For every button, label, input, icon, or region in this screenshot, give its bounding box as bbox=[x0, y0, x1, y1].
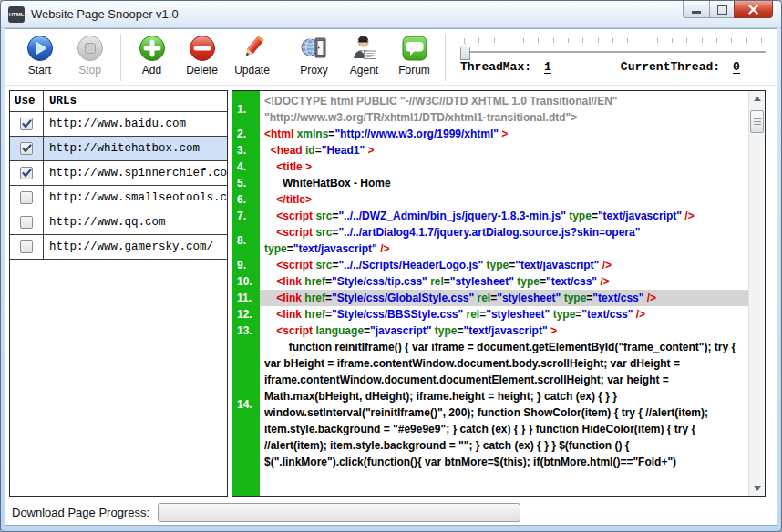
use-cell bbox=[10, 235, 44, 259]
proxy-label: Proxy bbox=[300, 64, 328, 77]
code-line[interactable]: 5. WhiteHatBox - Home bbox=[232, 175, 749, 191]
minus-icon bbox=[188, 34, 217, 63]
url-checkbox[interactable] bbox=[20, 118, 33, 130]
toolbar: Start Stop Add bbox=[5, 29, 777, 86]
window-title: Website Page Snooper v1.0 bbox=[31, 7, 179, 21]
update-label: Update bbox=[234, 64, 270, 77]
start-button[interactable]: Start bbox=[15, 34, 65, 77]
code-line[interactable]: 6. </title> bbox=[232, 191, 749, 208]
code-line[interactable]: 11. <link href="Style/css/GlobalStyle.cs… bbox=[232, 290, 749, 306]
scroll-down-button[interactable] bbox=[749, 481, 765, 496]
code-text: <head id="Head1" > bbox=[260, 142, 749, 159]
proxy-globe-icon bbox=[300, 34, 329, 63]
delete-label: Delete bbox=[186, 64, 218, 77]
add-label: Add bbox=[142, 64, 161, 77]
checkmark-icon bbox=[22, 119, 32, 128]
line-number: 9. bbox=[232, 257, 260, 273]
minimize-button[interactable] bbox=[683, 1, 709, 18]
code-line[interactable]: 4. <title > bbox=[232, 159, 749, 175]
slider-tick bbox=[509, 38, 509, 43]
url-cell: http://www.spinnerchief.com bbox=[44, 161, 227, 185]
line-number: 1. bbox=[232, 93, 260, 126]
maximize-button[interactable] bbox=[709, 1, 734, 18]
slider-tick bbox=[761, 38, 762, 43]
threadmax-slider[interactable] bbox=[460, 51, 766, 54]
currentthread-value: 0 bbox=[733, 61, 740, 74]
url-row[interactable]: http://www.gamersky.com/ bbox=[10, 235, 227, 260]
use-column-header: Use bbox=[10, 91, 44, 111]
code-text: <link href="Style/css/GlobalStyle.css" r… bbox=[260, 290, 749, 306]
code-text: WhiteHatBox - Home bbox=[260, 175, 749, 191]
threadmax-label: ThreadMax: bbox=[460, 60, 531, 74]
slider-tick bbox=[657, 38, 658, 43]
checkmark-icon bbox=[22, 144, 32, 153]
slider-tick bbox=[731, 38, 732, 43]
urls-column-header: URLs bbox=[44, 95, 227, 107]
play-icon bbox=[26, 34, 55, 63]
proxy-button[interactable]: Proxy bbox=[289, 34, 339, 77]
code-line[interactable]: 9. <script src="../../Scripts/HeaderLogo… bbox=[232, 257, 749, 273]
code-line[interactable]: 12. <link href="Style/css/BBSStyle.css" … bbox=[232, 306, 749, 322]
thread-control-group: ThreadMax: 1 CurrentThread: 0 bbox=[460, 34, 766, 74]
code-line[interactable]: 1.<!DOCTYPE html PUBLIC "-//W3C//DTD XHT… bbox=[232, 93, 749, 126]
url-cell: http://www.baidu.com bbox=[44, 112, 227, 136]
forum-bubble-icon bbox=[400, 34, 429, 63]
status-bar: Download Page Progress: bbox=[9, 500, 773, 524]
code-line[interactable]: 13. <script language="javascript" type="… bbox=[232, 322, 749, 339]
code-line[interactable]: 10. <link href="Style/css/tip.css" rel="… bbox=[232, 273, 749, 290]
slider-handle[interactable] bbox=[460, 43, 470, 60]
scrollbar-thumb[interactable] bbox=[750, 110, 764, 133]
url-row[interactable]: http://www.qq.com bbox=[10, 210, 227, 235]
url-cell: http://www.qq.com bbox=[44, 210, 227, 234]
use-cell bbox=[10, 186, 44, 210]
use-cell bbox=[10, 210, 44, 234]
url-checkbox[interactable] bbox=[20, 240, 33, 253]
line-number: 5. bbox=[232, 175, 260, 191]
agent-label: Agent bbox=[350, 64, 378, 77]
start-label: Start bbox=[28, 64, 51, 77]
stop-button[interactable]: Stop bbox=[65, 34, 115, 77]
url-row[interactable]: http://www.baidu.com bbox=[10, 112, 227, 137]
url-row[interactable]: http://www.smallseotools.com bbox=[10, 186, 227, 210]
code-line[interactable]: 7. <script src="../../DWZ_Admin/bin_js/j… bbox=[232, 208, 749, 224]
slider-tick bbox=[672, 38, 673, 43]
slider-tick bbox=[598, 38, 599, 43]
forum-label: Forum bbox=[398, 64, 430, 77]
update-button[interactable]: Update bbox=[227, 34, 277, 77]
url-checkbox[interactable] bbox=[20, 216, 33, 229]
url-row[interactable]: http://www.spinnerchief.com bbox=[10, 161, 227, 186]
code-text: <html xmlns="http://www.w3.org/1999/xhtm… bbox=[260, 126, 749, 142]
code-text: </title> bbox=[260, 191, 749, 208]
code-line[interactable]: 8. <script src="../../artDialog4.1.7/jqu… bbox=[232, 224, 749, 257]
code-line[interactable]: 3. <head id="Head1" > bbox=[232, 142, 749, 159]
source-code-view[interactable]: 1.<!DOCTYPE html PUBLIC "-//W3C//DTD XHT… bbox=[232, 91, 749, 496]
code-text: <script language="javascript" type="text… bbox=[260, 322, 749, 339]
url-checkbox[interactable] bbox=[20, 191, 33, 204]
url-row[interactable]: http://whitehatbox.com bbox=[10, 137, 227, 161]
code-line[interactable]: 2.<html xmlns="http://www.w3.org/1999/xh… bbox=[232, 126, 749, 142]
slider-tick bbox=[582, 38, 583, 43]
add-button[interactable]: Add bbox=[127, 34, 177, 77]
url-cell: http://www.gamersky.com/ bbox=[44, 235, 227, 259]
use-cell bbox=[10, 161, 44, 185]
app-icon: HTML bbox=[8, 6, 25, 23]
code-line[interactable]: 14. function reinitIframe() { var iframe… bbox=[232, 339, 749, 470]
agent-button[interactable]: Agent bbox=[339, 34, 389, 77]
titlebar[interactable]: HTML Website Page Snooper v1.0 bbox=[1, 1, 781, 28]
agent-person-icon bbox=[350, 34, 379, 63]
slider-tick bbox=[716, 38, 717, 43]
url-list-panel: Use URLs http://www.baidu.comhttp://whit… bbox=[9, 90, 228, 497]
url-checkbox[interactable] bbox=[20, 167, 33, 179]
delete-button[interactable]: Delete bbox=[177, 34, 227, 77]
forum-button[interactable]: Forum bbox=[389, 34, 439, 77]
url-checkbox[interactable] bbox=[20, 142, 33, 155]
code-text: function reinitIframe() { var iframe = d… bbox=[260, 339, 749, 470]
scroll-up-button[interactable] bbox=[749, 91, 765, 107]
close-button[interactable] bbox=[734, 1, 773, 18]
line-number: 7. bbox=[232, 208, 260, 224]
close-icon bbox=[748, 5, 758, 15]
window-controls bbox=[683, 1, 773, 18]
line-number: 12. bbox=[232, 306, 260, 322]
threadmax-value: 1 bbox=[544, 61, 551, 74]
code-scrollbar[interactable] bbox=[748, 91, 765, 496]
